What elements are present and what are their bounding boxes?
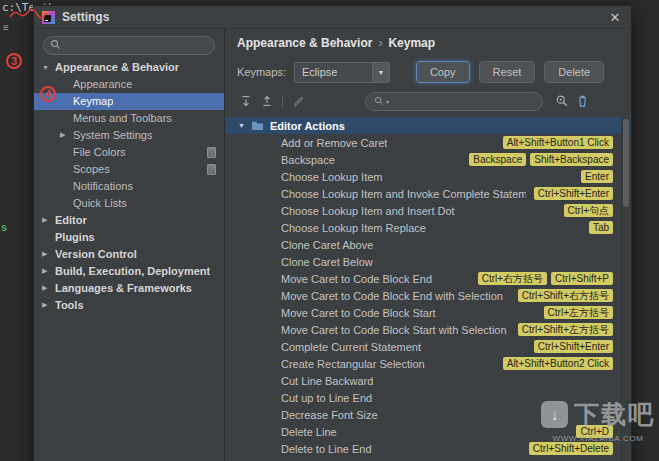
chevron-right-icon[interactable]: ▶: [42, 284, 55, 292]
shortcut-badges: Ctrl+句点: [556, 204, 631, 217]
reset-button[interactable]: Reset: [479, 61, 536, 83]
keymap-selected-value: Eclipse: [295, 66, 372, 78]
sidebar-item-notifications[interactable]: Notifications: [34, 178, 224, 195]
sidebar-item-label: Version Control: [55, 248, 137, 260]
action-row-clone-caret-above[interactable]: Clone Caret Above: [225, 236, 631, 253]
edit-shortcut-icon[interactable]: [290, 93, 307, 109]
action-row-cut-line-backward[interactable]: Cut Line Backward: [225, 372, 631, 389]
toolbar-divider: [282, 95, 283, 108]
shortcut-badge: Backspace: [469, 153, 526, 166]
shortcut-badges: Ctrl+Shift+右方括号: [510, 289, 631, 302]
action-row-clone-caret-below[interactable]: Clone Caret Below: [225, 253, 631, 270]
action-name: Cut Line Backward: [281, 375, 373, 387]
action-name: Backspace: [281, 154, 335, 166]
settings-dialog: Settings ✕ ▼Appearance & BehaviorAppeara…: [33, 5, 632, 461]
action-row-backspace[interactable]: BackspaceBackspaceShift+Backspace: [225, 151, 631, 168]
action-name: Create Rectangular Selection: [281, 358, 425, 370]
sidebar-item-scopes[interactable]: Scopes: [34, 161, 224, 178]
breadcrumb-parent: Appearance & Behavior: [237, 36, 372, 50]
sidebar-item-plugins[interactable]: Plugins: [34, 229, 224, 246]
shortcut-badge: Ctrl+Shift+Delete: [529, 442, 613, 455]
action-row-move-caret-to-code-block-end[interactable]: Move Caret to Code Block EndCtrl+右方括号Ctr…: [225, 270, 631, 287]
shortcut-badges: Alt+Shift+Button1 Click: [495, 136, 631, 149]
sidebar-item-label: Scopes: [73, 163, 110, 175]
shortcut-badges: Ctrl+Shift+左方括号: [510, 323, 631, 336]
action-name: Move Caret to Code Block End with Select…: [281, 290, 503, 302]
chevron-down-icon[interactable]: ▼: [372, 63, 389, 82]
search-icon: [374, 96, 384, 106]
sidebar-item-languages-frameworks[interactable]: ▶Languages & Frameworks: [34, 280, 224, 297]
scrollbar-thumb[interactable]: [623, 119, 629, 207]
chevron-down-icon[interactable]: ▼: [42, 64, 55, 71]
sidebar-item-menus-and-toolbars[interactable]: Menus and Toolbars: [34, 110, 224, 127]
sidebar-item-keymap[interactable]: Keymap: [34, 93, 224, 110]
action-name: Choose Lookup Item: [281, 171, 383, 183]
shortcut-badges: Ctrl+右方括号Ctrl+Shift+P: [470, 272, 631, 285]
chevron-right-icon[interactable]: ▶: [60, 131, 73, 139]
copy-button[interactable]: Copy: [416, 61, 470, 83]
sidebar-item-build-execution-deployment[interactable]: ▶Build, Execution, Deployment: [34, 263, 224, 280]
trash-icon[interactable]: [574, 93, 591, 109]
sidebar-item-version-control[interactable]: ▶Version Control: [34, 246, 224, 263]
sidebar-item-editor[interactable]: ▶Editor: [34, 212, 224, 229]
delete-button[interactable]: Delete: [544, 61, 604, 83]
action-name: Move Caret to Code Block Start with Sele…: [281, 324, 507, 336]
action-group-editor-actions[interactable]: ▼ Editor Actions: [225, 117, 631, 134]
annotation-circle-4: 4: [40, 86, 56, 102]
sidebar-item-system-settings[interactable]: ▶System Settings: [34, 127, 224, 144]
action-row-create-rectangular-selection[interactable]: Create Rectangular SelectionAlt+Shift+Bu…: [225, 355, 631, 372]
action-row-add-or-remove-caret[interactable]: Add or Remove CaretAlt+Shift+Button1 Cli…: [225, 134, 631, 151]
chevron-right-icon[interactable]: ▶: [42, 267, 55, 275]
settings-search-input[interactable]: [43, 36, 215, 55]
action-row-choose-lookup-item-and-invoke-complete-statement[interactable]: Choose Lookup Item and Invoke Complete S…: [225, 185, 631, 202]
dialog-body: ▼Appearance & BehaviorAppearanceKeymapMe…: [34, 29, 631, 461]
action-row-choose-lookup-item-and-insert-dot[interactable]: Choose Lookup Item and Insert DotCtrl+句点: [225, 202, 631, 219]
action-row-move-caret-to-code-block-end-with-selection[interactable]: Move Caret to Code Block End with Select…: [225, 287, 631, 304]
action-row-move-caret-to-code-block-start[interactable]: Move Caret to Code Block StartCtrl+左方括号: [225, 304, 631, 321]
sidebar-item-file-colors[interactable]: File Colors: [34, 144, 224, 161]
action-row-choose-lookup-item-replace[interactable]: Choose Lookup Item ReplaceTab: [225, 219, 631, 236]
chevron-right-icon[interactable]: ▶: [42, 250, 55, 258]
chevron-right-icon[interactable]: ▶: [42, 216, 55, 224]
red-scribble-annotation: [8, 7, 48, 21]
action-row-complete-current-statement[interactable]: Complete Current StatementCtrl+Shift+Ent…: [225, 338, 631, 355]
keymap-select[interactable]: Eclipse ▼: [294, 62, 390, 83]
action-row-delete-to-line-start[interactable]: Delete to Line Start: [225, 457, 631, 461]
sidebar-item-label: Appearance & Behavior: [55, 61, 179, 73]
shortcut-badge: Alt+Shift+Button2 Click: [503, 357, 613, 370]
action-name: Decrease Font Size: [281, 409, 378, 421]
action-name: Move Caret to Code Block End: [281, 273, 432, 285]
close-icon[interactable]: ✕: [607, 10, 623, 25]
group-label: Editor Actions: [270, 120, 345, 132]
action-name: Delete Line: [281, 426, 337, 438]
sidebar-item-appearance-behavior[interactable]: ▼Appearance & Behavior: [34, 59, 224, 76]
watermark-title: 下载吧: [574, 398, 655, 431]
keymaps-label: Keymaps:: [237, 66, 286, 78]
action-name: Move Caret to Code Block Start: [281, 307, 436, 319]
action-row-move-caret-to-code-block-start-with-selection[interactable]: Move Caret to Code Block Start with Sele…: [225, 321, 631, 338]
collapse-all-icon[interactable]: [258, 93, 275, 109]
watermark: ↓ 下载吧 WWW.XIAZAIBA.COM: [541, 398, 655, 443]
shortcut-badge: Ctrl+Shift+Enter: [534, 340, 613, 353]
shortcut-badge: Ctrl+Shift+P: [551, 272, 613, 285]
sidebar-item-label: System Settings: [73, 129, 152, 141]
shortcut-badges: Ctrl+左方括号: [536, 306, 631, 319]
chevron-right-icon[interactable]: ▶: [42, 301, 55, 309]
background-green-fragment: s: [1, 221, 7, 233]
search-icon: [50, 39, 61, 50]
shortcut-badges: Ctrl+Shift+Enter: [526, 187, 631, 200]
sidebar-item-tools[interactable]: ▶Tools: [34, 297, 224, 314]
folder-icon: [251, 120, 264, 131]
actions-search-field[interactable]: ▾: [365, 92, 543, 111]
sidebar-item-label: Keymap: [73, 95, 113, 107]
action-row-choose-lookup-item[interactable]: Choose Lookup ItemEnter: [225, 168, 631, 185]
sidebar-item-appearance[interactable]: Appearance: [34, 76, 224, 93]
sidebar-item-quick-lists[interactable]: Quick Lists: [34, 195, 224, 212]
page-icon: [207, 147, 216, 158]
expand-all-icon[interactable]: [237, 93, 254, 109]
settings-tree: ▼Appearance & BehaviorAppearanceKeymapMe…: [34, 59, 224, 461]
action-name: Choose Lookup Item Replace: [281, 222, 426, 234]
search-options-icon[interactable]: ▾: [386, 98, 389, 105]
chevron-down-icon[interactable]: ▼: [238, 122, 250, 129]
find-actions-by-shortcut-icon[interactable]: [553, 93, 570, 109]
